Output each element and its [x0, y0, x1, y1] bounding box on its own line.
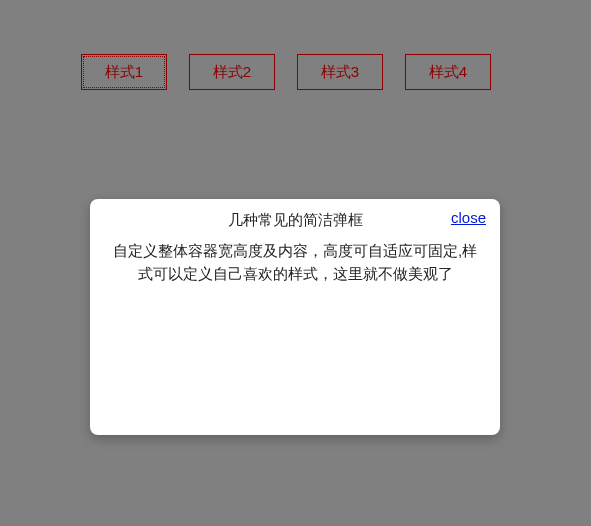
style-3-button[interactable]: 样式3 — [297, 54, 383, 90]
style-button-row: 样式1 样式2 样式3 样式4 — [0, 0, 591, 90]
style-2-button[interactable]: 样式2 — [189, 54, 275, 90]
modal-body-text: 自定义整体容器宽高度及内容，高度可自适应可固定,样式可以定义自己喜欢的样式，这里… — [104, 240, 486, 285]
close-link[interactable]: close — [451, 209, 486, 226]
style-1-button[interactable]: 样式1 — [81, 54, 167, 90]
modal-title: 几种常见的简洁弹框 — [104, 209, 486, 230]
style-4-button[interactable]: 样式4 — [405, 54, 491, 90]
popup-modal: 几种常见的简洁弹框 close 自定义整体容器宽高度及内容，高度可自适应可固定,… — [90, 199, 500, 435]
